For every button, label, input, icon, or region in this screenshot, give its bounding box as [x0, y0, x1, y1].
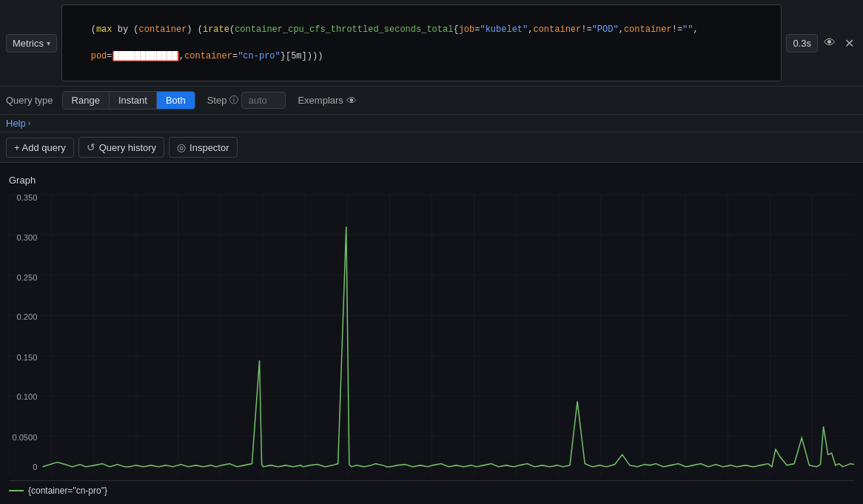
query-punc-open: ( — [91, 24, 96, 35]
step-input[interactable] — [241, 92, 286, 109]
help-link[interactable]: Help › — [6, 118, 30, 129]
svg-text:0.350: 0.350 — [17, 195, 38, 202]
legend-row: {container="cn-pro"} — [9, 480, 854, 500]
instant-button[interactable]: Instant — [110, 92, 157, 109]
query-history-button[interactable]: ↺ Query history — [78, 137, 164, 158]
legend-color-line — [9, 490, 24, 491]
query-actions: 0.3s 👁 ✕ — [786, 33, 857, 53]
inspect-icon: ◎ — [177, 141, 186, 153]
query-history-label: Query history — [99, 142, 156, 153]
metrics-dropdown[interactable]: Metrics ▾ — [6, 34, 57, 53]
query-func-max: max — [96, 24, 113, 35]
svg-text:0.100: 0.100 — [17, 392, 38, 401]
inspector-button[interactable]: ◎ Inspector — [169, 137, 237, 158]
help-row: Help › — [0, 115, 863, 132]
query-type-row: Query type Range Instant Both Step ⓘ Exe… — [0, 87, 863, 115]
query-type-group: Range Instant Both — [62, 91, 195, 110]
range-button[interactable]: Range — [63, 92, 110, 109]
query-type-label: Query type — [6, 95, 53, 106]
inspector-label: Inspector — [189, 142, 229, 153]
help-chevron-icon: › — [28, 119, 30, 127]
both-button[interactable]: Both — [157, 92, 195, 109]
svg-text:0.300: 0.300 — [17, 233, 38, 242]
exemplars-section: Exemplars 👁 — [298, 95, 356, 107]
svg-text:0.0500: 0.0500 — [12, 433, 37, 442]
action-bar: + Add query ↺ Query history ◎ Inspector — [0, 132, 863, 163]
chart-svg: 0.350 0.300 0.250 0.200 0.150 0.100 0.05… — [9, 195, 854, 476]
add-query-button[interactable]: + Add query — [6, 138, 74, 158]
graph-title: Graph — [9, 175, 854, 186]
chevron-down-icon: ▾ — [47, 39, 50, 47]
step-section: Step ⓘ — [207, 92, 286, 109]
svg-text:0.200: 0.200 — [17, 312, 38, 321]
step-label: Step — [207, 95, 227, 106]
graph-area: Graph 0.350 0.300 0.250 0.200 0.150 0.10… — [0, 163, 863, 504]
svg-text:0.250: 0.250 — [17, 273, 38, 282]
close-icon[interactable]: ✕ — [842, 33, 857, 53]
info-icon[interactable]: ⓘ — [229, 94, 238, 107]
metrics-label: Metrics — [13, 38, 44, 49]
exemplars-label: Exemplars — [298, 95, 343, 106]
svg-text:0.150: 0.150 — [17, 353, 38, 362]
chart-container: 0.350 0.300 0.250 0.200 0.150 0.100 0.05… — [9, 195, 854, 476]
query-bar: Metrics ▾ (max by (container) (irate(con… — [0, 0, 863, 87]
svg-rect-0 — [9, 195, 854, 476]
eye-icon[interactable]: 👁 — [821, 33, 839, 53]
query-input[interactable]: (max by (container) (irate(container_cpu… — [61, 4, 782, 81]
run-time-button[interactable]: 0.3s — [786, 34, 818, 53]
svg-text:0: 0 — [33, 463, 37, 471]
exemplars-eye-icon[interactable]: 👁 — [346, 95, 357, 107]
legend-label: {container="cn-pro"} — [28, 485, 107, 496]
help-label: Help — [6, 118, 26, 129]
history-icon: ↺ — [87, 141, 95, 153]
add-query-label: + Add query — [14, 142, 66, 153]
